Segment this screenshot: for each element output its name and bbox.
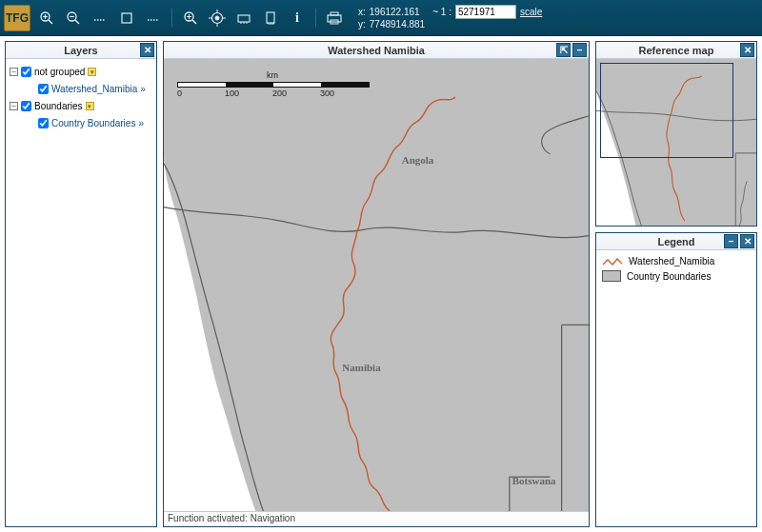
scale-prefix: ~ 1 : [432, 7, 451, 18]
layer-group-row: − not grouped ▾ [10, 63, 152, 80]
group-checkbox[interactable] [21, 101, 31, 111]
layer-more-icon[interactable]: » [140, 84, 146, 94]
y-label: y: [358, 19, 366, 30]
svg-rect-7 [122, 13, 131, 23]
info-icon[interactable]: i [287, 9, 308, 28]
clipboard-icon[interactable] [260, 9, 281, 28]
layers-title-text: Layers [64, 45, 97, 56]
layer-group-row: − Boundaries ▾ [10, 97, 152, 114]
legend-swatch-fill [602, 270, 621, 282]
map-panel: Watershed Namibia ⇱ – [163, 41, 590, 527]
legend-item: Watershed_Namibia [602, 256, 751, 266]
map-title-text: Watershed Namibia [328, 45, 425, 56]
expander-icon[interactable]: − [10, 102, 18, 110]
map-action-button[interactable]: ⇱ [556, 43, 571, 57]
separator [171, 9, 172, 28]
map-canvas[interactable]: km 0 100 200 300 Angola Namibia Botswana [164, 59, 589, 511]
measure-icon[interactable] [233, 9, 254, 28]
layer-label[interactable]: Country Boundaries [51, 118, 135, 128]
layer-label[interactable]: Watershed_Namibia [51, 84, 137, 94]
legend-minimize-button[interactable]: – [724, 234, 738, 248]
legend-body: Watershed_Namibia Country Boundaries [596, 250, 756, 526]
legend-swatch-line [602, 257, 623, 266]
pan-prev-icon[interactable] [90, 9, 110, 28]
legend-label: Country Boundaries [627, 271, 711, 282]
refmap-title: Reference map ✕ [596, 42, 756, 59]
svg-rect-22 [267, 12, 274, 23]
legend-title-text: Legend [657, 236, 694, 247]
reference-extent-rect[interactable] [600, 63, 733, 158]
svg-line-5 [75, 20, 79, 24]
app-logo: TFG [4, 5, 30, 31]
group-icon[interactable]: ▾ [88, 68, 96, 76]
refmap-close-button[interactable]: ✕ [740, 43, 754, 57]
tick-label: 100 [225, 89, 272, 98]
layer-more-icon[interactable]: » [138, 118, 144, 128]
tick-label: 300 [320, 89, 368, 98]
scalebar-unit: km [177, 70, 368, 80]
tick-label: 0 [177, 89, 225, 98]
legend-close-button[interactable]: ✕ [740, 234, 754, 248]
scale-bar: km 0 100 200 300 [177, 70, 370, 98]
svg-rect-24 [331, 12, 338, 15]
country-label-namibia: Namibia [342, 362, 380, 373]
x-value: 196122.161 [370, 7, 420, 18]
zoom-in-icon[interactable] [36, 9, 57, 28]
status-value: Navigation [251, 513, 295, 523]
country-label-botswana: Botswana [512, 475, 556, 486]
legend-label: Watershed_Namibia [629, 256, 714, 266]
layer-checkbox[interactable] [38, 118, 49, 128]
group-checkbox[interactable] [21, 67, 31, 77]
layer-tree: − not grouped ▾ Watershed_Namibia » − Bo… [6, 59, 156, 526]
nav-target-icon[interactable] [207, 9, 228, 28]
map-panel-title: Watershed Namibia ⇱ – [164, 42, 589, 59]
scale-input[interactable] [455, 5, 516, 19]
layer-row: Country Boundaries » [10, 114, 152, 131]
expander-icon[interactable]: − [10, 68, 18, 76]
layer-checkbox[interactable] [38, 84, 49, 94]
country-label-angola: Angola [402, 154, 434, 166]
layers-close-button[interactable]: ✕ [140, 43, 154, 57]
layers-panel: Layers ✕ − not grouped ▾ Watershed_Namib… [5, 41, 157, 527]
reference-map-canvas[interactable] [596, 59, 756, 226]
map-status-bar: Function activated: Navigation [164, 511, 589, 526]
main-toolbar: TFG i x: 196122.161 ~ 1 : scale y: 77489… [0, 0, 762, 36]
legend-panel: Legend – ✕ Watershed_Namibia Country Bou… [595, 232, 757, 527]
coordinate-readout: x: 196122.161 ~ 1 : scale y: 7748914.881 [358, 5, 542, 30]
refmap-title-text: Reference map [639, 45, 714, 56]
map-minimize-button[interactable]: – [572, 43, 587, 57]
legend-item: Country Boundaries [602, 270, 751, 282]
svg-line-1 [49, 20, 52, 24]
group-icon[interactable]: ▾ [86, 102, 94, 110]
svg-rect-18 [238, 15, 250, 22]
zoom-out-icon[interactable] [63, 9, 84, 28]
query-icon[interactable] [116, 9, 137, 28]
group-label: Boundaries [34, 101, 83, 111]
pan-next-icon[interactable] [143, 9, 164, 28]
legend-title: Legend – ✕ [596, 233, 756, 250]
map-svg [164, 59, 589, 511]
print-icon[interactable] [324, 9, 345, 28]
workspace: Layers ✕ − not grouped ▾ Watershed_Namib… [0, 36, 762, 532]
status-label: Function activated: [168, 513, 248, 523]
svg-line-9 [192, 20, 196, 24]
reference-map-panel: Reference map ✕ [595, 41, 757, 227]
svg-point-13 [215, 16, 219, 20]
tick-label: 200 [272, 89, 320, 98]
group-label: not grouped [34, 67, 85, 77]
separator [315, 9, 316, 28]
svg-rect-23 [328, 15, 341, 22]
x-label: x: [358, 7, 366, 18]
y-value: 7748914.881 [370, 19, 425, 30]
scale-link[interactable]: scale [520, 7, 542, 18]
layers-panel-title: Layers ✕ [6, 42, 156, 59]
right-column: Reference map ✕ [595, 41, 757, 527]
zoom-full-icon[interactable] [180, 9, 201, 28]
layer-row: Watershed_Namibia » [10, 80, 152, 97]
